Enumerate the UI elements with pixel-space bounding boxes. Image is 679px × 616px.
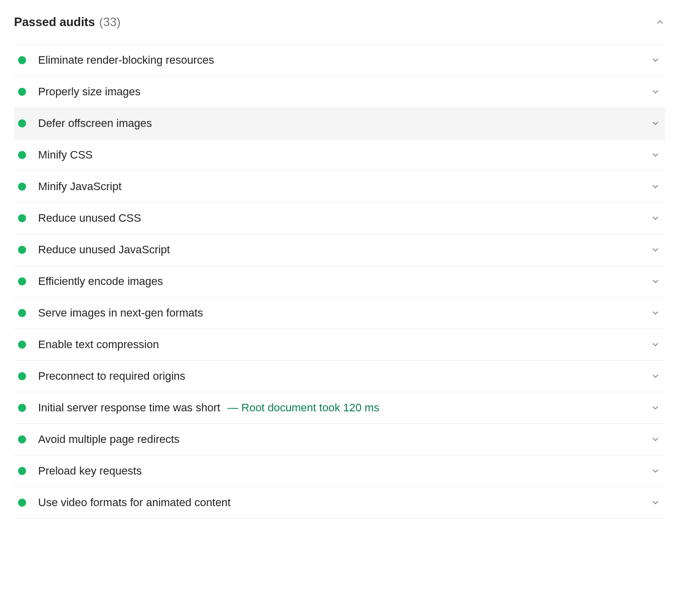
chevron-down-icon (651, 467, 660, 476)
audit-label: Reduce unused JavaScript (38, 243, 170, 256)
audit-label: Minify CSS (38, 148, 93, 162)
pass-status-icon (18, 467, 26, 475)
audit-row[interactable]: Enable text compression (14, 329, 665, 361)
audit-label: Properly size images (38, 85, 140, 98)
audit-label: Reduce unused CSS (38, 212, 141, 225)
chevron-down-icon (651, 56, 660, 65)
pass-status-icon (18, 214, 26, 222)
audit-row[interactable]: Properly size images (14, 76, 665, 108)
pass-status-icon (18, 499, 26, 507)
chevron-down-icon (651, 435, 660, 444)
pass-status-icon (18, 404, 26, 412)
chevron-down-icon (651, 87, 660, 96)
audit-label: Initial server response time was short (38, 401, 220, 414)
audit-row[interactable]: Preconnect to required origins (14, 361, 665, 392)
audit-label: Avoid multiple page redirects (38, 433, 180, 446)
audit-detail: — Root document took 120 ms (227, 401, 379, 414)
audit-label: Use video formats for animated content (38, 496, 231, 509)
chevron-up-icon (655, 17, 665, 27)
audit-row[interactable]: Reduce unused CSS (14, 203, 665, 234)
pass-status-icon (18, 246, 26, 254)
chevron-down-icon (651, 119, 660, 128)
chevron-down-icon (651, 498, 660, 507)
pass-status-icon (18, 119, 26, 127)
pass-status-icon (18, 277, 26, 285)
chevron-down-icon (651, 403, 660, 412)
audit-label: Minify JavaScript (38, 180, 121, 193)
audit-row[interactable]: Efficiently encode images (14, 266, 665, 297)
passed-audits-header[interactable]: Passed audits (33) (14, 10, 665, 45)
pass-status-icon (18, 151, 26, 159)
pass-status-icon (18, 435, 26, 443)
chevron-down-icon (651, 340, 660, 349)
audit-row[interactable]: Initial server response time was short— … (14, 392, 665, 424)
chevron-down-icon (651, 150, 660, 160)
chevron-down-icon (651, 245, 660, 254)
chevron-down-icon (651, 372, 660, 381)
audit-label: Preload key requests (38, 465, 142, 478)
audit-row[interactable]: Use video formats for animated content (14, 487, 665, 519)
section-title: Passed audits (14, 15, 95, 29)
audit-row[interactable]: Avoid multiple page redirects (14, 424, 665, 455)
audit-row[interactable]: Defer offscreen images (14, 108, 665, 139)
audit-label: Preconnect to required origins (38, 370, 186, 383)
pass-status-icon (18, 341, 26, 349)
pass-status-icon (18, 56, 26, 64)
audit-row[interactable]: Minify JavaScript (14, 171, 665, 203)
pass-status-icon (18, 372, 26, 380)
audit-label: Eliminate render-blocking resources (38, 54, 214, 67)
audit-row[interactable]: Eliminate render-blocking resources (14, 45, 665, 76)
chevron-down-icon (651, 182, 660, 191)
audit-row[interactable]: Serve images in next-gen formats (14, 297, 665, 329)
audit-list: Eliminate render-blocking resourcesPrope… (14, 45, 665, 519)
audit-label: Enable text compression (38, 338, 159, 351)
audit-row[interactable]: Minify CSS (14, 139, 665, 171)
audit-row[interactable]: Preload key requests (14, 455, 665, 487)
section-count: (33) (99, 15, 121, 29)
chevron-down-icon (651, 277, 660, 286)
audit-label: Efficiently encode images (38, 275, 163, 288)
pass-status-icon (18, 309, 26, 317)
audit-label: Serve images in next-gen formats (38, 306, 203, 320)
pass-status-icon (18, 88, 26, 96)
chevron-down-icon (651, 309, 660, 318)
chevron-down-icon (651, 214, 660, 223)
audit-label: Defer offscreen images (38, 117, 152, 130)
pass-status-icon (18, 183, 26, 191)
audit-row[interactable]: Reduce unused JavaScript (14, 234, 665, 266)
